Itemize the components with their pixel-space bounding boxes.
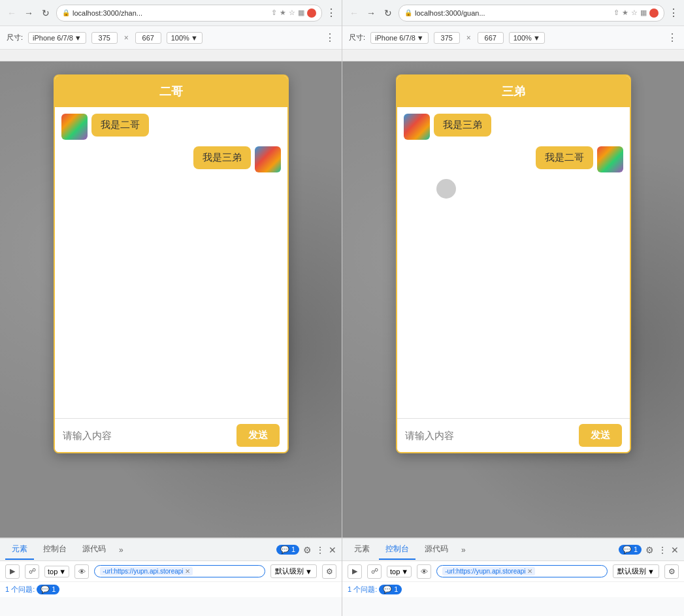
right-filter-x-icon[interactable]: ✕ [527, 568, 532, 575]
right-tab-icon: ▦ [640, 8, 647, 17]
right-browser-window: ← → ↻ 🔒 localhost:3000/guan... ⇧ ★ ☆ ▦ ⋮… [342, 0, 684, 616]
right-address-bar[interactable]: 🔒 localhost:3000/guan... ⇧ ★ ☆ ▦ [399, 5, 664, 22]
right-msg-row-1: 我是三弟 [404, 114, 623, 140]
right-devtools-tab-elements[interactable]: 元素 [348, 540, 376, 560]
left-devtools-tab-elements[interactable]: 元素 [5, 540, 34, 560]
right-filter-input[interactable]: -url:https://yupn.api.storeapi ✕ [436, 565, 608, 577]
left-devtools-badge: 💬 1 [276, 545, 299, 555]
right-device-more-icon[interactable]: ⋮ [667, 31, 677, 44]
right-forward-button[interactable]: → [365, 7, 378, 20]
right-msg-row-2: 我是二哥 [404, 146, 623, 172]
left-filter-x-icon[interactable]: ✕ [185, 568, 190, 575]
left-device-select[interactable]: iPhone 6/7/8 ▼ [28, 32, 86, 44]
right-bubble-1: 我是三弟 [434, 114, 491, 137]
left-device-label: 尺寸: [7, 33, 23, 42]
left-more-icon[interactable]: ⋮ [326, 7, 336, 19]
right-back-button[interactable]: ← [348, 7, 361, 20]
right-top-chevron: ▼ [401, 568, 408, 575]
left-browser-window: ← → ↻ 🔒 localhost:3000/zhan... ⇧ ★ ☆ ▦ ⋮… [0, 0, 342, 616]
right-send-button[interactable]: 发送 [579, 424, 622, 447]
right-devtools-status: 1 个问题: 💬 1 [342, 582, 684, 597]
left-filter-tag: -url:https://yupn.api.storeapi ✕ [100, 567, 192, 575]
left-devtools-more[interactable]: » [115, 543, 127, 557]
right-devtools-gear-icon[interactable]: ⚙ [645, 545, 654, 555]
left-forward-button[interactable]: → [22, 7, 35, 20]
right-devtools-tabs: 元素 控制台 源代码 » 💬 1 ⚙ ⋮ ✕ [342, 539, 684, 561]
left-level-select[interactable]: 默认级别 ▼ [270, 564, 317, 578]
right-avatar-2 [597, 146, 623, 172]
left-device-more-icon[interactable]: ⋮ [325, 31, 335, 44]
left-devtools-dots-icon[interactable]: ⋮ [316, 545, 325, 555]
right-zoom-chevron: ▼ [533, 34, 540, 42]
right-devtools-tab-source[interactable]: 源代码 [418, 540, 455, 560]
right-eye-btn[interactable]: 👁 [417, 564, 431, 579]
right-chat-messages: 我是三弟 我是二哥 [397, 107, 630, 418]
left-chat-footer: 发送 [55, 418, 287, 452]
left-devtools-toolbar: ▶ ☍ top ▼ 👁 -url:https://yupn.api.storea… [0, 561, 342, 582]
right-bookmark-icon: ☆ [631, 8, 638, 17]
left-reload-button[interactable]: ↻ [39, 7, 52, 20]
left-eye-btn[interactable]: 👁 [74, 564, 89, 579]
right-ruler [342, 50, 684, 61]
right-device-chevron: ▼ [417, 34, 424, 42]
right-chat-input[interactable] [405, 430, 574, 441]
left-back-button[interactable]: ← [5, 7, 18, 20]
left-devtools-tab-source[interactable]: 源代码 [76, 540, 112, 560]
right-devtools-close-icon[interactable]: ✕ [671, 545, 679, 555]
left-avatar-1 [61, 114, 88, 140]
right-share-icon: ⇧ [613, 8, 619, 17]
left-mobile-frame: 二哥 我是二哥 我是三弟 发送 [54, 74, 289, 453]
left-ruler [0, 50, 342, 61]
left-bookmark-icon: ☆ [289, 8, 295, 17]
left-msg-row-1: 我是二哥 [61, 114, 281, 140]
left-url-text: localhost:3000/zhan... [73, 9, 269, 17]
left-issue-count-badge: 💬 1 [37, 585, 59, 594]
right-level-chevron: ▼ [647, 568, 655, 575]
right-device-select[interactable]: iPhone 6/7/8 ▼ [370, 32, 429, 44]
right-top-select[interactable]: top ▼ [387, 566, 412, 577]
right-device-toggle-btn[interactable]: ☍ [367, 564, 382, 579]
right-level-select[interactable]: 默认级别 ▼ [613, 564, 659, 578]
left-top-select[interactable]: top ▼ [44, 566, 69, 577]
left-select-element-btn[interactable]: ▶ [5, 564, 20, 579]
left-send-button[interactable]: 发送 [236, 424, 280, 447]
left-address-bar[interactable]: 🔒 localhost:3000/zhan... ⇧ ★ ☆ ▦ [56, 5, 322, 22]
right-devtools-tab-console[interactable]: 控制台 [379, 540, 415, 560]
right-devtools-more[interactable]: » [457, 543, 470, 557]
left-filter-input[interactable]: -url:https://yupn.api.storeapi ✕ [94, 565, 265, 577]
left-devtools-gear-icon[interactable]: ⚙ [303, 545, 312, 555]
left-devtools-close-icon[interactable]: ✕ [329, 545, 336, 555]
right-height-input[interactable]: 667 [478, 32, 504, 44]
right-avatar-1 [404, 114, 430, 140]
right-width-input[interactable]: 375 [434, 32, 460, 44]
left-dimension-x: × [124, 33, 129, 42]
right-reload-button[interactable]: ↻ [382, 7, 395, 20]
right-devtools-dots-icon[interactable]: ⋮ [658, 545, 667, 555]
left-share-icon: ⇧ [271, 8, 277, 17]
left-chat-input[interactable] [63, 430, 231, 441]
left-devtools-tab-console[interactable]: 控制台 [37, 540, 73, 560]
left-device-bar: 尺寸: iPhone 6/7/8 ▼ 375 × 667 100% ▼ ⋮ [0, 26, 342, 50]
right-devtools: 元素 控制台 源代码 » 💬 1 ⚙ ⋮ ✕ ▶ ☍ top ▼ 👁 [342, 538, 684, 616]
left-devtools: 元素 控制台 源代码 » 💬 1 ⚙ ⋮ ✕ ▶ ☍ top ▼ 👁 [0, 538, 342, 616]
right-settings-btn[interactable]: ⚙ [664, 564, 679, 579]
left-settings-btn[interactable]: ⚙ [322, 564, 336, 579]
left-devtools-status: 1 个问题: 💬 1 [0, 582, 342, 597]
right-select-element-btn[interactable]: ▶ [348, 564, 362, 579]
left-zoom-select[interactable]: 100% ▼ [167, 32, 203, 44]
right-bubble-2: 我是二哥 [536, 146, 593, 169]
right-more-icon[interactable]: ⋮ [668, 7, 679, 19]
left-width-input[interactable]: 375 [91, 32, 118, 44]
right-issue-count-badge: 💬 1 [379, 585, 402, 594]
right-filter-tag: -url:https://yupn.api.storeapi ✕ [442, 567, 534, 575]
left-level-chevron: ▼ [305, 568, 312, 575]
left-issue-badge: 1 个问题: 💬 1 [5, 585, 59, 594]
left-devtools-right: 💬 1 ⚙ ⋮ ✕ [276, 545, 336, 555]
right-zoom-select[interactable]: 100% ▼ [509, 32, 545, 44]
left-height-input[interactable]: 667 [135, 32, 161, 44]
left-top-chevron: ▼ [59, 568, 66, 575]
left-lock-icon: 🔒 [62, 9, 70, 16]
right-record-icon [649, 8, 659, 18]
right-page-content: 三弟 我是三弟 我是二哥 [342, 61, 684, 538]
left-device-toggle-btn[interactable]: ☍ [25, 564, 39, 579]
